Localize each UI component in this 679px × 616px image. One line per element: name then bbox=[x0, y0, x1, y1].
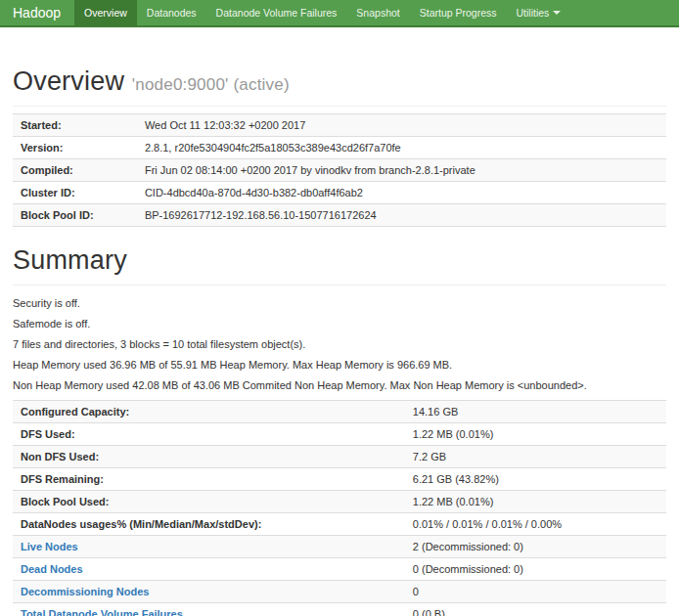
divider bbox=[13, 106, 666, 107]
row-label-text: Configured Capacity: bbox=[21, 406, 129, 418]
row-label: Configured Capacity: bbox=[13, 401, 405, 423]
row-label: Cluster ID: bbox=[13, 182, 137, 204]
row-label-text: Block Pool Used: bbox=[21, 496, 109, 507]
row-value: Fri Jun 02 08:14:00 +0200 2017 by vinodk… bbox=[137, 159, 666, 182]
table-row: Live Nodes 2 (Decommissioned: 0) bbox=[13, 536, 666, 558]
summary-line: Non Heap Memory used 42.08 MB of 43.06 M… bbox=[13, 379, 666, 391]
nav-item-label: Utilities bbox=[517, 7, 550, 19]
row-label: Dead Nodes bbox=[13, 558, 405, 581]
row-label: Started: bbox=[13, 114, 137, 137]
row-value: 14.16 GB bbox=[405, 401, 666, 423]
table-row: Decommissioning Nodes 0 bbox=[13, 581, 666, 603]
row-value: 0 bbox=[405, 581, 666, 603]
table-row: Dead Nodes 0 (Decommissioned: 0) bbox=[13, 558, 666, 581]
row-label: DFS Used: bbox=[13, 423, 405, 446]
summary-line: 7 files and directories, 3 blocks = 10 t… bbox=[13, 338, 666, 350]
row-label: Block Pool ID: bbox=[13, 204, 137, 227]
row-label-text[interactable]: Dead Nodes bbox=[21, 563, 83, 575]
row-value: 2 (Decommissioned: 0) bbox=[405, 536, 666, 558]
nav-item[interactable]: Snapshot bbox=[346, 0, 409, 25]
table-row: Cluster ID: CID-4dbcd40a-870d-4d30-b382-… bbox=[13, 182, 666, 204]
row-value: Wed Oct 11 12:03:32 +0200 2017 bbox=[137, 114, 666, 137]
row-value: 2.8.1, r20fe5304904fc2f5a18053c389e43cd2… bbox=[137, 137, 666, 159]
row-label-text[interactable]: Decommissioning Nodes bbox=[21, 586, 149, 597]
brand-link[interactable]: Hadoop bbox=[0, 0, 74, 25]
nav-item[interactable]: Utilities bbox=[507, 0, 571, 25]
nav-item-label: Startup Progress bbox=[420, 7, 497, 19]
row-label-text[interactable]: Total Datanode Volume Failures bbox=[21, 608, 183, 616]
row-label: Decommissioning Nodes bbox=[13, 581, 405, 603]
row-label: Version: bbox=[13, 137, 137, 159]
row-value: 0.01% / 0.01% / 0.01% / 0.00% bbox=[405, 513, 666, 536]
caret-down-icon bbox=[553, 11, 561, 15]
summary-line: Safemode is off. bbox=[13, 318, 666, 330]
nav-item-label: Snapshot bbox=[356, 7, 399, 19]
nav-item[interactable]: Startup Progress bbox=[410, 0, 507, 25]
row-value: 1.22 MB (0.01%) bbox=[405, 423, 666, 446]
nav-item[interactable]: Datanodes bbox=[137, 0, 206, 25]
summary-stats-table: Configured Capacity: 14.16 GB DFS Used: … bbox=[13, 400, 666, 616]
table-row: DFS Used: 1.22 MB (0.01%) bbox=[13, 423, 666, 446]
nav-item[interactable]: Overview bbox=[74, 0, 137, 25]
row-value: 1.22 MB (0.01%) bbox=[405, 491, 666, 513]
row-value: 0 (Decommissioned: 0) bbox=[405, 558, 666, 581]
page-content: Overview 'node0:9000' (active) Started: … bbox=[0, 66, 679, 616]
table-row: Block Pool Used: 1.22 MB (0.01%) bbox=[13, 491, 666, 513]
row-label-text: DFS Used: bbox=[21, 428, 75, 440]
table-row: Block Pool ID: BP-1692617712-192.168.56.… bbox=[13, 204, 666, 227]
table-row: DFS Remaining: 6.21 GB (43.82%) bbox=[13, 468, 666, 491]
nav-item-label: Overview bbox=[84, 7, 127, 19]
namenode-address-label: 'node0:9000' (active) bbox=[132, 75, 290, 94]
overview-title: Overview bbox=[13, 66, 124, 96]
table-row: Total Datanode Volume Failures 0 (0 B) bbox=[13, 603, 666, 616]
row-label-text[interactable]: Live Nodes bbox=[21, 541, 78, 552]
nav-item-label: Datanode Volume Failures bbox=[216, 7, 338, 19]
summary-heading: Summary bbox=[13, 245, 666, 276]
table-row: Configured Capacity: 14.16 GB bbox=[13, 401, 666, 423]
summary-paragraphs: Security is off. Safemode is off. 7 file… bbox=[13, 297, 666, 391]
summary-line: Security is off. bbox=[13, 297, 666, 309]
row-label: DataNodes usages% (Min/Median/Max/stdDev… bbox=[13, 513, 405, 536]
table-row: Non DFS Used: 7.2 GB bbox=[13, 446, 666, 468]
divider bbox=[13, 285, 666, 286]
row-label: Block Pool Used: bbox=[13, 491, 405, 513]
nav-item[interactable]: Datanode Volume Failures bbox=[206, 0, 347, 25]
cluster-info-table: Started: Wed Oct 11 12:03:32 +0200 2017 … bbox=[13, 113, 666, 227]
row-value: 7.2 GB bbox=[405, 446, 666, 468]
row-label-text: Cluster ID: bbox=[21, 187, 75, 198]
row-label: Non DFS Used: bbox=[13, 446, 405, 468]
nav-item-label: Datanodes bbox=[147, 7, 197, 19]
summary-title: Summary bbox=[13, 245, 127, 275]
row-label: Total Datanode Volume Failures bbox=[13, 603, 405, 616]
summary-line: Heap Memory used 36.96 MB of 55.91 MB He… bbox=[13, 359, 666, 371]
row-label-text: DataNodes usages% (Min/Median/Max/stdDev… bbox=[21, 518, 261, 530]
row-label-text: Block Pool ID: bbox=[21, 209, 94, 221]
row-label-text: Started: bbox=[21, 119, 62, 131]
row-value: BP-1692617712-192.168.56.10-150771617262… bbox=[137, 204, 666, 227]
row-label: Compiled: bbox=[13, 159, 137, 182]
top-navbar: Hadoop Overview Datanodes Datanode Volum… bbox=[0, 0, 679, 27]
row-label-text: DFS Remaining: bbox=[21, 473, 104, 485]
table-row: DataNodes usages% (Min/Median/Max/stdDev… bbox=[13, 513, 666, 536]
row-label-text: Non DFS Used: bbox=[21, 451, 99, 462]
row-label: DFS Remaining: bbox=[13, 468, 405, 491]
table-row: Started: Wed Oct 11 12:03:32 +0200 2017 bbox=[13, 114, 666, 137]
row-label: Live Nodes bbox=[13, 536, 405, 558]
row-value: CID-4dbcd40a-870d-4d30-b382-db0aff4f6ab2 bbox=[137, 182, 666, 204]
navbar-items: Overview Datanodes Datanode Volume Failu… bbox=[74, 0, 570, 25]
row-value: 0 (0 B) bbox=[405, 603, 666, 616]
table-row: Compiled: Fri Jun 02 08:14:00 +0200 2017… bbox=[13, 159, 666, 182]
table-row: Version: 2.8.1, r20fe5304904fc2f5a18053c… bbox=[13, 137, 666, 159]
overview-heading: Overview 'node0:9000' (active) bbox=[13, 66, 666, 97]
row-value: 6.21 GB (43.82%) bbox=[405, 468, 666, 491]
row-label-text: Compiled: bbox=[21, 164, 73, 176]
row-label-text: Version: bbox=[21, 142, 63, 154]
